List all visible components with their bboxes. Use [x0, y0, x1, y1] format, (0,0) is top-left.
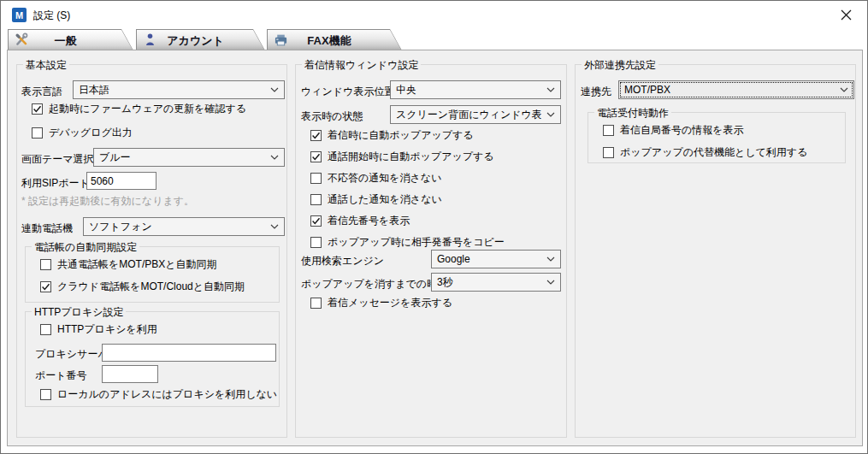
display-state-label: 表示時の状態: [301, 109, 363, 124]
checkbox-box[interactable]: [310, 151, 322, 162]
chevron-down-icon: [265, 155, 284, 160]
checkbox-use-as-popup-alternative[interactable]: ポップアップの代替機能として利用する: [603, 146, 807, 159]
chevron-down-icon: [835, 87, 853, 92]
checkbox-use-http-proxy[interactable]: HTTPプロキシを利用: [40, 323, 157, 336]
checkbox-debug-log[interactable]: デバッグログ出力: [32, 127, 133, 139]
checkbox-label: 通話開始時に自動ポップアップする: [328, 150, 494, 164]
linked-phone-select[interactable]: ソフトフォン: [83, 217, 285, 236]
proxy-port-input[interactable]: [102, 365, 158, 383]
checkbox-no-proxy-local[interactable]: ローカルのアドレスにはプロキシを利用しない: [40, 388, 277, 401]
checkbox-label: 起動時にファームウェアの更新を確認する: [49, 102, 246, 116]
checkbox-label: 着信先番号を表示: [328, 214, 410, 228]
chevron-down-icon: [541, 280, 560, 285]
tab-account[interactable]: アカウント: [136, 29, 265, 50]
group-http-proxy-title: HTTPプロキシ設定: [32, 305, 126, 320]
display-state-value: スクリーン背面にウィンドウ表示: [391, 108, 541, 122]
tab-fax[interactable]: FAX機能: [267, 29, 402, 50]
restart-note: * 設定は再起動後に有効になります。: [21, 194, 194, 209]
check-icon: [311, 216, 321, 226]
group-phonebook-sync: 電話帳の自動同期設定: [25, 246, 280, 303]
proxy-server-label: プロキシサーバ: [35, 347, 109, 362]
checkbox-keep-call-notice[interactable]: 通話した通知を消さない: [310, 193, 442, 206]
search-engine-value: Google: [432, 253, 541, 265]
checkbox-auto-popup-incoming[interactable]: 着信時に自動ポップアップする: [310, 129, 474, 142]
checkbox-auto-popup-call[interactable]: 通話開始時に自動ポップアップする: [310, 150, 494, 163]
window-position-value: 中央: [391, 83, 541, 97]
chevron-down-icon: [541, 87, 560, 92]
theme-value: ブルー: [94, 150, 265, 165]
checkbox-box[interactable]: [310, 130, 322, 141]
search-engine-label: 使用検索エンジン: [301, 254, 384, 268]
close-button[interactable]: [838, 7, 853, 22]
checkbox-common-phonebook-sync[interactable]: 共通電話帳をMOT/PBXと自動同期: [40, 258, 217, 271]
tab-general-label: 一般: [8, 33, 123, 49]
popup-timeout-value: 3秒: [432, 275, 541, 290]
link-target-value: MOT/PBX: [619, 84, 835, 96]
display-language-select[interactable]: 日本語: [73, 80, 285, 99]
checkbox-box[interactable]: [310, 215, 322, 227]
display-language-value: 日本語: [74, 83, 265, 97]
checkbox-keep-missed-notice[interactable]: 不応答の通知を消さない: [310, 172, 441, 185]
checkbox-label: 共通電話帳をMOT/PBXと自動同期: [57, 257, 217, 272]
popup-timeout-select[interactable]: 3秒: [431, 273, 561, 292]
window-title: 設定 (S): [33, 9, 70, 23]
window-position-select[interactable]: 中央: [390, 80, 561, 99]
checkbox-check-firmware[interactable]: 起動時にファームウェアの更新を確認する: [32, 103, 246, 115]
check-icon: [32, 104, 42, 114]
popup-timeout-label: ポップアップを消すまでの時間: [301, 277, 447, 292]
display-state-select[interactable]: スクリーン背面にウィンドウ表示: [390, 105, 561, 124]
link-target-label: 連携先: [581, 85, 611, 99]
sip-port-label: 利用SIPポート: [21, 176, 90, 191]
checkbox-box[interactable]: [40, 389, 51, 400]
checkbox-box[interactable]: [32, 127, 43, 139]
checkbox-show-callee-number[interactable]: 着信先番号を表示: [310, 215, 410, 227]
link-target-select[interactable]: MOT/PBX: [618, 80, 854, 99]
checkbox-box[interactable]: [310, 173, 322, 184]
sip-port-input[interactable]: [86, 172, 156, 190]
checkbox-label: 不応答の通知を消さない: [328, 171, 441, 186]
chevron-down-icon: [265, 87, 284, 92]
chevron-down-icon: [265, 224, 284, 229]
settings-window: M 設定 (S) 一般 アカウント: [0, 0, 868, 454]
checkbox-box[interactable]: [603, 125, 614, 136]
window-position-label: ウィンドウ表示位置: [301, 85, 394, 99]
checkbox-label: 着信メッセージを表示する: [328, 296, 452, 310]
checkbox-copy-caller-on-popup[interactable]: ポップアップ時に相手発番号をコピー: [310, 236, 505, 249]
display-language-label: 表示言語: [21, 85, 62, 99]
app-logo-icon: M: [12, 8, 27, 22]
proxy-server-input[interactable]: [102, 344, 276, 362]
proxy-port-label: ポート番号: [35, 369, 87, 383]
checkbox-label: デバッグログ出力: [49, 126, 133, 140]
linked-phone-label: 連動電話機: [21, 221, 73, 236]
checkbox-label: ポップアップ時に相手発番号をコピー: [328, 235, 505, 250]
checkbox-box[interactable]: [310, 237, 322, 248]
check-icon: [311, 131, 321, 140]
checkbox-box[interactable]: [40, 259, 51, 270]
checkbox-box[interactable]: [40, 281, 51, 292]
group-phonebook-sync-title: 電話帳の自動同期設定: [32, 240, 139, 255]
search-engine-select[interactable]: Google: [431, 250, 561, 268]
checkbox-box[interactable]: [32, 103, 43, 115]
checkbox-label: 着信時に自動ポップアップする: [328, 128, 474, 143]
checkbox-box[interactable]: [310, 194, 322, 205]
checkbox-label: 着信自局番号の情報を表示: [620, 123, 744, 138]
checkbox-label: ポップアップの代替機能として利用する: [620, 145, 807, 160]
title-bar: M 設定 (S): [1, 1, 867, 28]
group-incoming-title: 着信情報ウィンドウ設定: [302, 58, 421, 73]
checkbox-box[interactable]: [40, 324, 51, 335]
checkbox-cloud-phonebook-sync[interactable]: クラウド電話帳をMOT/Cloudと自動同期: [40, 280, 245, 293]
checkbox-label: 通話した通知を消さない: [328, 192, 442, 207]
checkbox-label: HTTPプロキシを利用: [57, 322, 157, 337]
group-call-reception-title: 電話受付時動作: [594, 106, 671, 121]
theme-select[interactable]: ブルー: [93, 148, 285, 167]
tab-general[interactable]: 一般: [8, 29, 133, 50]
tab-account-label: アカウント: [136, 33, 255, 49]
checkbox-show-incoming-message[interactable]: 着信メッセージを表示する: [310, 297, 452, 310]
checkbox-box[interactable]: [310, 298, 322, 309]
tab-page-general: 基本設定 表示言語 日本語 起動時にファームウェアの更新を確認する デバッグログ…: [7, 50, 863, 446]
checkbox-label: クラウド電話帳をMOT/Cloudと自動同期: [57, 280, 245, 294]
checkbox-show-local-number-info[interactable]: 着信自局番号の情報を表示: [603, 124, 744, 137]
group-external-title: 外部連携先設定: [582, 58, 658, 73]
checkbox-box[interactable]: [603, 147, 614, 158]
chevron-down-icon: [541, 256, 560, 262]
